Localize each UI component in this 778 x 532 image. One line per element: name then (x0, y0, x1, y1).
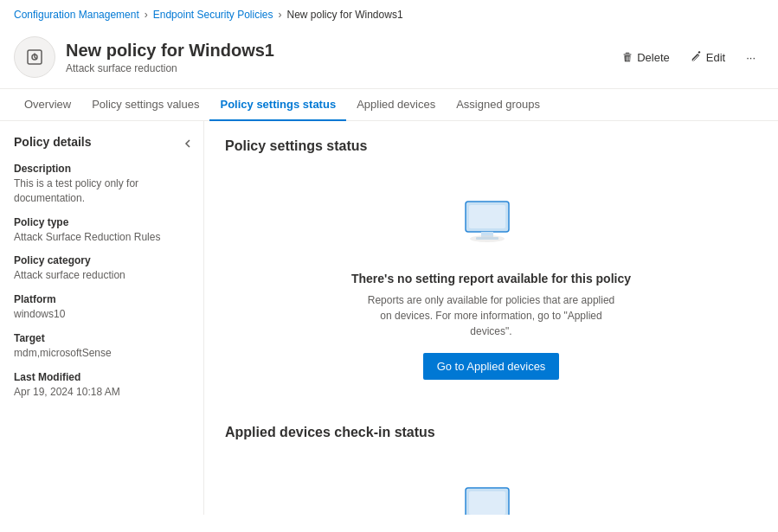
sidebar-title: Policy details (14, 135, 190, 149)
platform-label: Platform (14, 293, 190, 305)
target-value: mdm,microsoftSense (14, 346, 190, 361)
policy-type-value: Attack Surface Reduction Rules (14, 230, 190, 245)
breadcrumb-sep-2: › (279, 9, 282, 21)
description-label: Description (14, 163, 190, 175)
last-modified-value: Apr 19, 2024 10:18 AM (14, 385, 190, 400)
svg-rect-8 (469, 491, 505, 515)
target-label: Target (14, 332, 190, 344)
tab-policy-settings-values[interactable]: Policy settings values (81, 89, 209, 121)
policy-type-label: Policy type (14, 216, 190, 228)
applied-devices-section: Applied devices check-in status There's … (225, 425, 757, 515)
delete-icon (621, 51, 633, 63)
monitor-illustration (457, 189, 526, 258)
edit-button[interactable]: Edit (682, 46, 734, 69)
policy-category-label: Policy category (14, 254, 190, 266)
page-header: New policy for Windows1 Attack surface r… (0, 29, 778, 89)
policy-category-value: Attack surface reduction (14, 268, 190, 283)
last-modified-label: Last Modified (14, 371, 190, 383)
monitor-illustration-2 (457, 475, 526, 515)
breadcrumb-item-endpoint[interactable]: Endpoint Security Policies (153, 9, 273, 21)
breadcrumb-item-policy: New policy for Windows1 (287, 9, 403, 21)
header-actions: Delete Edit ··· (613, 46, 764, 69)
policy-icon (14, 36, 55, 78)
platform-value: windows10 (14, 307, 190, 322)
policy-details-sidebar: Policy details Description This is a tes… (0, 121, 204, 515)
policy-settings-status-title: Policy settings status (225, 138, 757, 154)
collapse-sidebar-button[interactable] (179, 135, 196, 155)
breadcrumb-sep-1: › (145, 9, 148, 21)
go-to-applied-devices-button[interactable]: Go to Applied devices (423, 353, 560, 380)
tab-overview[interactable]: Overview (14, 89, 81, 121)
header-text: New policy for Windows1 Attack surface r… (66, 41, 613, 74)
page-title: New policy for Windows1 (66, 41, 613, 61)
tab-bar: Overview Policy settings values Policy s… (0, 89, 778, 121)
applied-devices-title: Applied devices check-in status (225, 425, 757, 440)
content-area: Policy details Description This is a tes… (0, 121, 778, 515)
page-subtitle: Attack surface reduction (66, 62, 613, 74)
more-options-button[interactable]: ··· (737, 46, 764, 69)
main-content: Policy settings status There's no settin… (204, 121, 778, 515)
policy-settings-empty-heading: There's no setting report available for … (351, 272, 631, 285)
description-value: This is a test policy only for documenta… (14, 176, 190, 206)
edit-label: Edit (706, 51, 725, 64)
svg-rect-3 (469, 205, 505, 228)
policy-settings-status-section: Policy settings status There's no settin… (225, 138, 757, 397)
breadcrumb: Configuration Management › Endpoint Secu… (0, 0, 778, 29)
edit-icon (691, 51, 703, 63)
delete-button[interactable]: Delete (613, 46, 678, 69)
applied-devices-empty-state: There's no device report available for t… (225, 458, 757, 515)
chevron-left-icon (183, 138, 193, 149)
breadcrumb-item-config[interactable]: Configuration Management (14, 9, 139, 21)
tab-assigned-groups[interactable]: Assigned groups (446, 89, 550, 121)
tab-applied-devices[interactable]: Applied devices (346, 89, 446, 121)
svg-point-6 (470, 235, 505, 242)
policy-settings-empty-text: Reports are only available for policies … (362, 292, 621, 339)
tab-policy-settings-status[interactable]: Policy settings status (209, 89, 346, 121)
policy-settings-empty-state: There's no setting report available for … (225, 171, 757, 397)
delete-label: Delete (637, 51, 670, 64)
ellipsis-icon: ··· (746, 51, 755, 64)
